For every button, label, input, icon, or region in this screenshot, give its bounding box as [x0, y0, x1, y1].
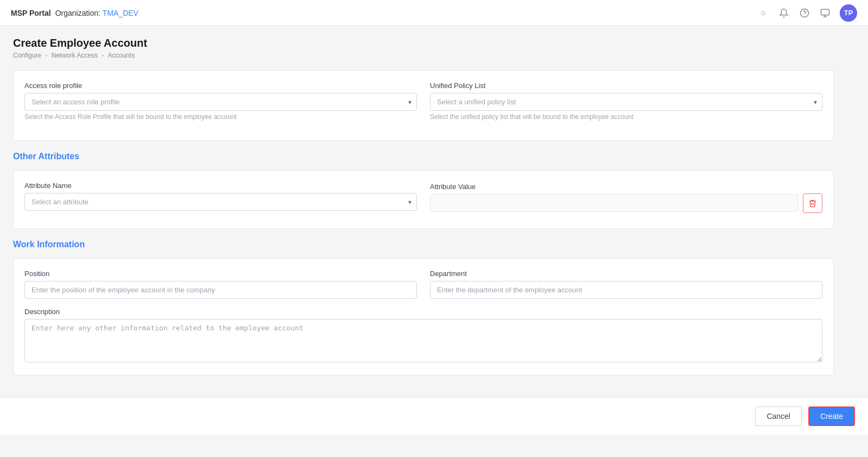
- unified-policy-group: Unified Policy List Select a unified pol…: [430, 82, 822, 121]
- access-row: Access role profile Select an access rol…: [24, 82, 822, 121]
- work-information-section: Work Information Position Department Des…: [13, 240, 834, 375]
- breadcrumb-configure: Configure: [13, 52, 41, 59]
- attribute-name-group: Attribute Name Select an attribute ▾: [24, 181, 417, 211]
- delete-attribute-button[interactable]: [803, 193, 822, 213]
- position-input[interactable]: [24, 281, 417, 299]
- help-icon[interactable]: [799, 7, 810, 19]
- org-name: TMA_DEV: [103, 9, 138, 17]
- unified-policy-hint: Select the unified policy list that will…: [430, 113, 822, 121]
- brand-label: MSP Portal: [11, 9, 51, 17]
- topbar: MSP Portal Organization: TMA_DEV ○: [0, 0, 868, 26]
- bell-icon[interactable]: [778, 7, 790, 19]
- org-label: Organization: TMA_DEV: [55, 9, 138, 17]
- position-group: Position: [24, 270, 417, 299]
- description-group: Description: [24, 308, 822, 364]
- position-department-row: Position Department: [24, 270, 822, 299]
- avatar[interactable]: TP: [840, 4, 857, 22]
- work-information-title: Work Information: [13, 240, 834, 249]
- unified-policy-select-wrapper: Select a unified policy list ▾: [430, 93, 822, 111]
- breadcrumb-accounts: Accounts: [108, 52, 135, 59]
- trash-icon: [808, 199, 817, 208]
- topbar-right: ○ TP: [757, 4, 857, 22]
- unified-policy-select[interactable]: Select a unified policy list: [430, 93, 822, 111]
- position-label: Position: [24, 270, 417, 278]
- page-content: Create Employee Account Configure - Netw…: [0, 26, 847, 397]
- unified-policy-label: Unified Policy List: [430, 82, 822, 90]
- footer-bar: Cancel Create: [0, 397, 868, 435]
- description-textarea[interactable]: [24, 319, 822, 362]
- access-role-label: Access role profile: [24, 82, 417, 90]
- attribute-value-input-wrapper: Attribute Value: [430, 183, 799, 212]
- access-role-hint: Select the Access Role Profile that will…: [24, 113, 417, 121]
- attribute-value-input[interactable]: [430, 194, 799, 212]
- department-label: Department: [430, 270, 822, 278]
- breadcrumb-network-access: Network Access: [52, 52, 98, 59]
- breadcrumb: Configure - Network Access - Accounts: [13, 52, 834, 59]
- attribute-value-group: Attribute Value: [430, 181, 822, 213]
- other-attributes-content: Attribute Name Select an attribute ▾ Att…: [13, 170, 834, 229]
- department-group: Department: [430, 270, 822, 299]
- other-attributes-title: Other Attributes: [13, 152, 834, 161]
- work-information-content: Position Department Description: [13, 258, 834, 375]
- create-button[interactable]: Create: [808, 406, 855, 426]
- monitor-icon[interactable]: [819, 7, 831, 19]
- attribute-value-label: Attribute Value: [430, 183, 799, 191]
- attribute-row: Attribute Name Select an attribute ▾ Att…: [24, 181, 822, 213]
- attribute-name-label: Attribute Name: [24, 181, 417, 190]
- topbar-left: MSP Portal Organization: TMA_DEV: [11, 9, 138, 17]
- description-label: Description: [24, 308, 822, 316]
- page-title: Create Employee Account: [13, 37, 834, 49]
- access-role-group: Access role profile Select an access rol…: [24, 82, 417, 121]
- access-section: Access role profile Select an access rol…: [13, 70, 834, 141]
- svg-rect-2: [821, 9, 829, 15]
- attribute-name-select-wrapper: Select an attribute ▾: [24, 193, 417, 211]
- access-role-select-wrapper: Select an access role profile ▾: [24, 93, 417, 111]
- attribute-name-select[interactable]: Select an attribute: [24, 193, 417, 211]
- department-input[interactable]: [430, 281, 822, 299]
- access-role-select[interactable]: Select an access role profile: [24, 93, 417, 111]
- cancel-button[interactable]: Cancel: [755, 406, 802, 426]
- other-attributes-section: Other Attributes Attribute Name Select a…: [13, 152, 834, 229]
- search-icon[interactable]: ○: [757, 7, 769, 19]
